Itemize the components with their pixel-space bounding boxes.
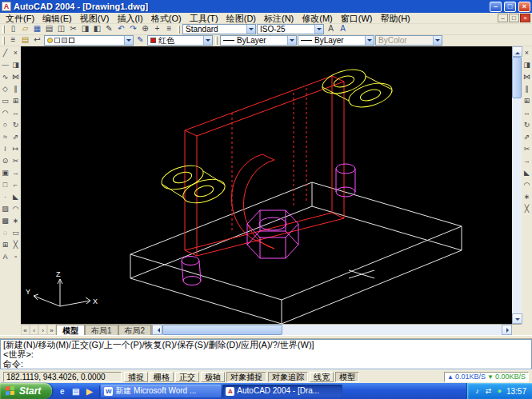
show-desktop-icon[interactable]: ▤ (70, 385, 82, 397)
scroll-left-icon[interactable] (152, 325, 162, 335)
tab-model[interactable]: 模型 (56, 325, 85, 335)
rotate-icon[interactable]: ↻ (522, 119, 532, 131)
dropdown-arrow-icon[interactable] (203, 36, 212, 45)
offset-icon[interactable]: ∥ (10, 83, 21, 95)
layers-icon[interactable]: ▤ (19, 35, 31, 46)
ellipse-icon[interactable]: ⊙ (0, 155, 10, 167)
tab-prev-button[interactable]: ‹ (30, 325, 38, 335)
dropdown-arrow-icon[interactable] (365, 36, 374, 45)
view-menu[interactable]: 视图(V) (76, 13, 114, 24)
explode-icon[interactable]: ∗ (522, 191, 532, 203)
lineweight-button[interactable]: 线宽 (310, 372, 334, 382)
trim-icon[interactable]: ✂ (10, 155, 21, 167)
make-block-icon[interactable]: □ (0, 179, 10, 191)
tab-last-button[interactable]: » (47, 325, 56, 335)
polar-button[interactable]: 极轴 (201, 372, 225, 382)
line-icon[interactable]: ╱ (0, 47, 10, 59)
vertical-scroll-thumb[interactable] (512, 57, 522, 98)
mdi-close-button[interactable]: × (520, 14, 530, 22)
toolbar-grip[interactable] (178, 26, 180, 34)
media-player-icon[interactable]: ▶ (83, 385, 95, 397)
network-icon[interactable]: ⇄ (484, 387, 493, 396)
fillet-icon[interactable]: ◠ (10, 203, 21, 215)
copy-icon[interactable]: ◨ (79, 24, 91, 34)
fillet-icon[interactable]: ◠ (522, 179, 532, 191)
undo-icon[interactable]: ↶ (115, 24, 127, 34)
horizontal-scroll-thumb[interactable] (162, 325, 282, 335)
taskbar-item-word[interactable]: W 新建 Microsoft Word ... (101, 385, 221, 397)
file-menu[interactable]: 文件(F) (2, 13, 38, 24)
drawing-canvas[interactable]: Z X Y (21, 46, 512, 324)
arc-icon[interactable]: ◠ (0, 107, 10, 119)
toolbar-grip[interactable] (2, 26, 5, 34)
snap-button[interactable]: 捕捉 (124, 372, 148, 382)
cut-icon[interactable]: ✂ (67, 24, 79, 34)
break-icon[interactable]: ╳ (522, 203, 532, 215)
move-icon[interactable]: ↔ (522, 107, 532, 119)
tab-first-button[interactable]: « (21, 325, 30, 335)
construction-line-icon[interactable]: — (0, 59, 10, 71)
toolbar-grip[interactable] (215, 37, 218, 45)
linetype-dropdown[interactable]: ByLayer (220, 35, 297, 46)
tab-next-button[interactable]: › (38, 325, 47, 335)
extend-icon[interactable]: → (10, 167, 21, 179)
chamfer-icon[interactable]: ◣ (522, 167, 532, 179)
scale-icon[interactable]: ⇗ (522, 131, 532, 143)
paste-icon[interactable]: ◧ (91, 24, 103, 34)
dropdown-arrow-icon[interactable] (246, 25, 255, 34)
break-icon[interactable]: ⌐ (10, 179, 21, 191)
lineweight-dropdown[interactable]: ByLayer (298, 35, 374, 46)
grid-button[interactable]: 栅格 (150, 372, 174, 382)
mirror-icon[interactable]: ⋈ (10, 71, 21, 83)
move-icon[interactable]: ↔ (10, 107, 21, 119)
mtext-icon[interactable]: A (0, 251, 10, 263)
array-icon[interactable]: ⊞ (10, 95, 21, 107)
toolbar-grip[interactable] (2, 37, 5, 45)
explode-icon[interactable]: ∗ (10, 215, 21, 227)
tools-menu[interactable]: 工具(T) (186, 13, 222, 24)
polygon-icon[interactable]: ◇ (0, 83, 10, 95)
dimension-menu[interactable]: 标注(N) (260, 13, 298, 24)
dropdown-arrow-icon[interactable] (124, 36, 133, 45)
internet-explorer-icon[interactable]: e (56, 385, 68, 397)
match-properties-icon[interactable]: ✎ (103, 24, 115, 34)
open-icon[interactable]: ▱ (19, 24, 31, 34)
revision-cloud-icon[interactable]: ≈ (0, 131, 10, 143)
color-dropdown[interactable]: 红色 (147, 35, 213, 46)
lengthen-icon[interactable]: ▫ (10, 251, 21, 263)
copy-object-icon[interactable]: ◨ (10, 59, 21, 71)
model-space-button[interactable]: 模型 (335, 372, 359, 382)
redo-icon[interactable]: ↷ (127, 24, 139, 34)
help-menu[interactable]: 帮助(H) (377, 13, 414, 24)
volume-icon[interactable]: ♪ (473, 387, 482, 396)
gradient-icon[interactable]: ▩ (0, 215, 10, 227)
otrack-button[interactable]: 对象追踪 (268, 372, 308, 382)
hatch-icon[interactable]: ▨ (0, 203, 10, 215)
join-icon[interactable]: ▭ (10, 227, 21, 239)
taskbar-item-autocad[interactable]: A AutoCAD 2004 - [Dra... (222, 385, 342, 397)
minimize-button[interactable]: – (490, 2, 502, 12)
array-icon[interactable]: ⊞ (522, 95, 532, 107)
text-style-icon[interactable]: A (325, 24, 337, 34)
print-icon[interactable]: ▤ (43, 24, 55, 34)
layer-properties-icon[interactable]: ≡ (7, 35, 19, 46)
tab-layout1[interactable]: 布局1 (85, 325, 118, 335)
tab-layout2[interactable]: 布局2 (118, 325, 152, 335)
insert-menu[interactable]: 插入(I) (113, 13, 146, 24)
copy-object-icon[interactable]: ◨ (522, 59, 532, 71)
mdi-minimize-button[interactable]: – (498, 14, 508, 22)
divide-icon[interactable]: ╳ (10, 239, 21, 251)
point-icon[interactable]: · (0, 191, 10, 203)
rotate-icon[interactable]: ↻ (10, 119, 21, 131)
spline-icon[interactable]: ≀ (0, 143, 10, 155)
antivirus-icon[interactable]: ● (495, 387, 504, 396)
region-icon[interactable]: ◌ (0, 227, 10, 239)
pan-icon[interactable]: + (151, 24, 163, 34)
save-icon[interactable]: ▦ (31, 24, 43, 34)
polyline-icon[interactable]: ∿ (0, 71, 10, 83)
erase-icon[interactable]: × (10, 47, 21, 59)
horizontal-scrollbar[interactable] (151, 325, 512, 335)
mirror-icon[interactable]: ⋈ (522, 71, 532, 83)
dimstyle-dropdown[interactable]: ISO-25 (257, 24, 324, 34)
chamfer-icon[interactable]: ◣ (10, 191, 21, 203)
